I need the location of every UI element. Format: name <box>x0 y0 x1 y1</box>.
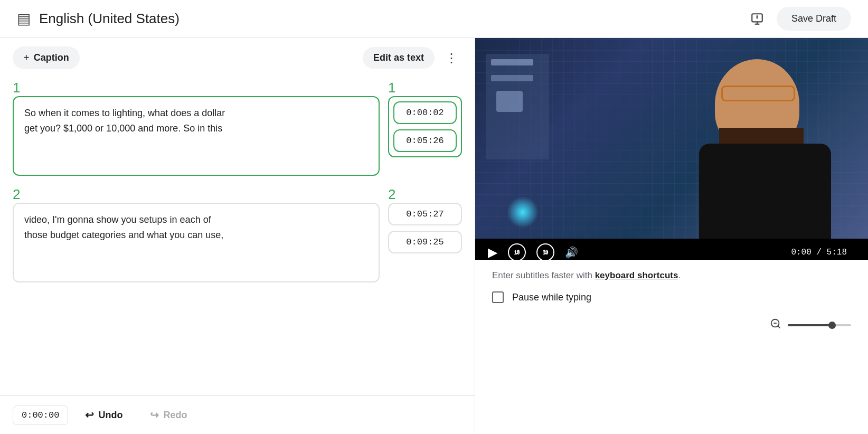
pause-row: Pause while typing <box>492 291 851 303</box>
volume-button[interactable]: 🔊 <box>565 246 578 259</box>
caption-number-2: 2 <box>13 184 380 203</box>
glow-light <box>507 196 539 228</box>
caption-number-label-2: 1 <box>388 78 462 96</box>
start-time-2[interactable]: 0:05:27 <box>388 203 462 225</box>
undo-label: Undo <box>98 410 122 421</box>
page-title: English (United States) <box>39 11 180 27</box>
captions-icon: ▤ <box>17 10 31 27</box>
toolbar-right: Edit as text ⋮ <box>363 47 462 69</box>
caption-row: 1 So when it comes to lighting, what doe… <box>13 78 462 176</box>
end-time-2[interactable]: 0:09:25 <box>388 231 462 253</box>
redo-icon: ↪ <box>150 409 159 421</box>
hint-end: . <box>678 270 681 280</box>
svg-line-6 <box>778 326 780 328</box>
main-content: + Caption Edit as text ⋮ 1 So when it co… <box>0 38 868 434</box>
video-time-display: 0:00 / 5:18 <box>791 248 847 257</box>
add-caption-button[interactable]: + Caption <box>13 46 80 69</box>
toolbar: + Caption Edit as text ⋮ <box>0 38 475 78</box>
shelf-area <box>486 54 549 159</box>
subtitle-hint: Enter subtitles faster with keyboard sho… <box>492 270 851 281</box>
plus-icon: + <box>23 52 30 64</box>
start-time-1[interactable]: 0:00:02 <box>393 101 457 124</box>
edit-as-text-button[interactable]: Edit as text <box>363 47 435 69</box>
undo-button[interactable]: ↩ Undo <box>74 403 133 427</box>
forward-button[interactable]: ↻ 10 <box>536 243 554 260</box>
video-controls: ▶ ↺ 10 ↻ 10 🔊 0:00 / 5:18 <box>475 239 868 260</box>
pause-label: Pause while typing <box>512 292 591 303</box>
more-icon: ⋮ <box>445 52 458 64</box>
current-time-display: 0:00:00 <box>13 405 68 425</box>
zoom-out-button[interactable] <box>770 318 781 332</box>
redo-button[interactable]: ↪ Redo <box>139 403 197 427</box>
forward-label: 10 <box>542 250 548 256</box>
volume-icon: 🔊 <box>565 247 578 258</box>
caption-text-2[interactable]: video, I'm gonna show you setups in each… <box>13 203 380 282</box>
time-column-2: 0:05:27 0:09:25 <box>388 203 462 253</box>
header-right: Save Draft <box>746 7 851 31</box>
more-options-button[interactable]: ⋮ <box>441 48 462 69</box>
pause-checkbox[interactable] <box>492 291 504 303</box>
header: ▤ English (United States) Save Draft <box>0 0 868 38</box>
video-background <box>475 38 868 239</box>
rewind-button[interactable]: ↺ 10 <box>508 243 526 260</box>
play-button[interactable]: ▶ <box>488 245 497 260</box>
rewind-label: 10 <box>514 250 520 256</box>
zoom-area <box>475 314 868 336</box>
header-left: ▤ English (United States) <box>17 10 180 27</box>
undo-icon: ↩ <box>85 409 94 421</box>
save-draft-button[interactable]: Save Draft <box>777 7 851 31</box>
caption-number-1: 1 <box>13 78 380 96</box>
play-icon: ▶ <box>488 245 497 260</box>
zoom-controls <box>770 318 851 332</box>
zoom-slider[interactable] <box>788 324 851 326</box>
feedback-button[interactable] <box>746 8 768 30</box>
video-player: ▶ ↺ 10 ↻ 10 🔊 0:00 / 5:18 <box>475 38 868 260</box>
caption-number-label-2b: 2 <box>388 184 462 203</box>
zoom-slider-fill <box>788 324 832 326</box>
left-panel: + Caption Edit as text ⋮ 1 So when it co… <box>0 38 475 434</box>
end-time-1[interactable]: 0:05:26 <box>393 129 457 152</box>
keyboard-shortcuts-link[interactable]: keyboard shortcuts <box>595 270 678 280</box>
subtitle-section: Enter subtitles faster with keyboard sho… <box>475 260 868 314</box>
hint-text: Enter subtitles faster with <box>492 270 595 280</box>
right-panel: ▶ ↺ 10 ↻ 10 🔊 0:00 / 5:18 Enter subtitle <box>475 38 868 434</box>
person-area <box>657 49 842 239</box>
caption-text-1[interactable]: So when it comes to lighting, what does … <box>13 96 380 176</box>
bottom-bar: 0:00:00 ↩ Undo ↪ Redo <box>0 395 475 434</box>
redo-label: Redo <box>163 410 187 421</box>
zoom-slider-handle[interactable] <box>828 322 836 329</box>
time-column-1: 0:00:02 0:05:26 <box>388 96 462 157</box>
caption-button-label: Caption <box>34 52 69 63</box>
caption-row: 2 video, I'm gonna show you setups in ea… <box>13 184 462 282</box>
caption-list: 1 So when it comes to lighting, what doe… <box>0 78 475 395</box>
